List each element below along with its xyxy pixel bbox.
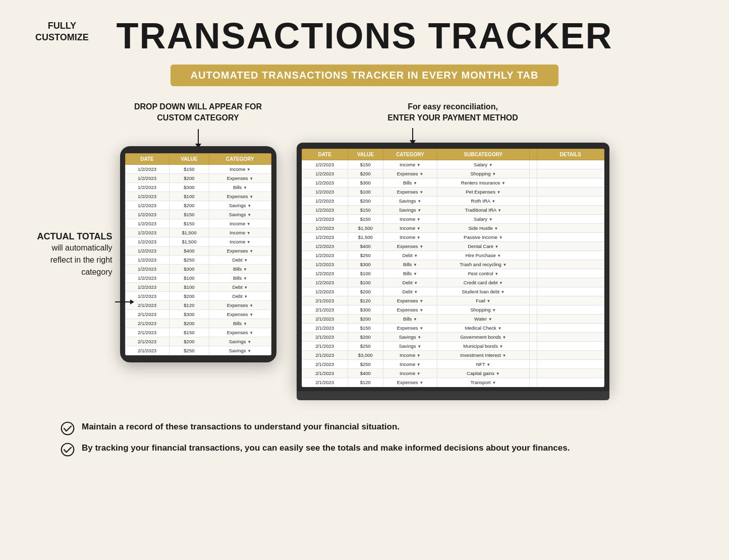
dropdown-arrow-icon[interactable]: ▼ — [417, 362, 421, 367]
table-row: 1/2/2023$200Savings ▼ — [125, 201, 271, 210]
dropdown-arrow-icon[interactable]: ▼ — [247, 340, 251, 344]
dropdown-arrow-icon[interactable]: ▼ — [417, 353, 421, 358]
dropdown-arrow-icon[interactable]: ▼ — [247, 240, 251, 244]
bullet-text: Maintain a record of these transactions … — [82, 420, 400, 433]
dropdown-arrow-icon[interactable]: ▼ — [417, 217, 421, 222]
left-device-col: DROP DOWN WILL APPEAR FOR CUSTOM CATEGOR… — [120, 101, 276, 362]
tablet-table: DATEVALUECATEGORY 1/2/2023$150Income ▼1/… — [125, 153, 271, 355]
dropdown-arrow-icon[interactable]: ▼ — [247, 204, 251, 208]
dropdown-arrow-icon[interactable]: ▼ — [419, 190, 423, 195]
dropdown-arrow-icon[interactable]: ▼ — [247, 222, 251, 226]
dropdown-arrow-icon[interactable]: ▼ — [500, 290, 504, 294]
dropdown-arrow-icon[interactable]: ▼ — [497, 326, 501, 331]
dropdown-arrow-icon[interactable]: ▼ — [244, 285, 248, 290]
dropdown-arrow-icon[interactable]: ▼ — [492, 172, 496, 176]
tablet-screen: DATEVALUECATEGORY 1/2/2023$150Income ▼1/… — [125, 153, 271, 355]
table-row: 1/2/2023$200Expenses ▼Shopping ▼ — [302, 169, 604, 178]
dropdown-arrow-icon[interactable]: ▼ — [488, 317, 492, 322]
dropdown-arrow-icon[interactable]: ▼ — [247, 167, 251, 172]
dropdown-arrow-icon[interactable]: ▼ — [419, 299, 423, 303]
dropdown-arrow-icon[interactable]: ▼ — [414, 254, 418, 258]
dropdown-arrow-icon[interactable]: ▼ — [419, 381, 423, 385]
dropdown-arrow-icon[interactable]: ▼ — [249, 303, 253, 308]
dropdown-arrow-icon[interactable]: ▼ — [497, 208, 501, 213]
table-row: 1/2/2023$150Income ▼ — [125, 219, 271, 228]
table-row: 1/2/2023$150Savings ▼ — [125, 210, 271, 219]
table-row: 1/2/2023$250Debt ▼ — [125, 255, 271, 264]
laptop-device: DATEVALUECATEGORYSUBCATEGORYDETAILS 1/2/… — [297, 143, 609, 391]
dropdown-arrow-icon[interactable]: ▼ — [502, 353, 507, 358]
dropdown-arrow-icon[interactable]: ▼ — [417, 335, 421, 340]
dropdown-arrow-icon[interactable]: ▼ — [501, 181, 506, 185]
dropdown-arrow-icon[interactable]: ▼ — [489, 217, 493, 222]
dropdown-arrow-icon[interactable]: ▼ — [247, 231, 251, 235]
table-row: 2/1/2023$200Bills ▼Water ▼ — [302, 314, 604, 323]
dropdown-arrow-icon[interactable]: ▼ — [417, 226, 421, 231]
dropdown-arrow-icon[interactable]: ▼ — [491, 199, 495, 204]
dropdown-arrow-icon[interactable]: ▼ — [413, 317, 417, 322]
dropdown-arrow-icon[interactable]: ▼ — [243, 322, 247, 326]
dropdown-arrow-icon[interactable]: ▼ — [414, 290, 418, 294]
dropdown-arrow-icon[interactable]: ▼ — [417, 344, 421, 349]
dropdown-arrow-icon[interactable]: ▼ — [486, 299, 490, 303]
dropdown-arrow-icon[interactable]: ▼ — [249, 249, 253, 254]
dropdown-arrow-icon[interactable]: ▼ — [494, 226, 498, 231]
bullet-text: By tracking your financial transactions,… — [82, 442, 570, 455]
dropdown-arrow-icon[interactable]: ▼ — [499, 344, 503, 349]
dropdown-arrow-icon[interactable]: ▼ — [489, 163, 493, 167]
laptop-col-header: VALUE — [348, 149, 383, 160]
laptop-header-row: DATEVALUECATEGORYSUBCATEGORYDETAILS — [302, 149, 604, 160]
bullet-item: By tracking your financial transactions,… — [61, 442, 668, 457]
dropdown-arrow-icon[interactable]: ▼ — [502, 335, 507, 340]
table-row: 1/2/2023$100Expenses ▼ — [125, 192, 271, 201]
dropdown-arrow-icon[interactable]: ▼ — [249, 331, 253, 335]
table-row: 1/2/2023$1,500Income ▼Side Hustle ▼ — [302, 223, 604, 232]
dropdown-arrow-icon[interactable]: ▼ — [247, 213, 251, 217]
totals-arrow — [115, 299, 134, 304]
dropdown-arrow-icon[interactable]: ▼ — [417, 235, 421, 240]
dropdown-arrow-icon[interactable]: ▼ — [249, 176, 253, 181]
tablet-body: 1/2/2023$150Income ▼1/2/2023$200Expenses… — [125, 164, 271, 355]
table-row: 1/2/2023$300Bills ▼Trash and recycling ▼ — [302, 260, 604, 269]
dropdown-arrow-icon[interactable]: ▼ — [413, 181, 417, 185]
dropdown-arrow-icon[interactable]: ▼ — [486, 362, 490, 367]
dropdown-arrow-icon[interactable]: ▼ — [496, 371, 500, 376]
table-row: 1/2/2023$100Debt ▼ — [125, 282, 271, 291]
dropdown-arrow-icon[interactable]: ▼ — [499, 281, 503, 285]
dropdown-arrow-icon[interactable]: ▼ — [419, 326, 423, 331]
header-area: FULLY CUSTOMIZE TRANSACTIONS TRACKER AUT… — [30, 15, 699, 86]
table-row: 1/2/2023$100Debt ▼Credit card debt ▼ — [302, 278, 604, 287]
dropdown-arrow-icon[interactable]: ▼ — [244, 294, 248, 299]
dropdown-arrow-icon[interactable]: ▼ — [417, 199, 421, 204]
dropdown-arrow-icon[interactable]: ▼ — [249, 313, 253, 317]
dropdown-arrow-icon[interactable]: ▼ — [249, 195, 253, 199]
laptop-base — [297, 391, 609, 400]
dropdown-arrow-icon[interactable]: ▼ — [417, 208, 421, 213]
dropdown-arrow-icon[interactable]: ▼ — [417, 371, 421, 376]
dropdown-arrow-icon[interactable]: ▼ — [492, 308, 496, 313]
dropdown-arrow-icon[interactable]: ▼ — [495, 244, 499, 249]
dropdown-arrow-icon[interactable]: ▼ — [414, 281, 418, 285]
dropdown-arrow-icon[interactable]: ▼ — [243, 267, 247, 272]
dropdown-arrow-icon[interactable]: ▼ — [413, 272, 417, 276]
table-row: 2/1/2023$400Income ▼Capital gains ▼ — [302, 368, 604, 378]
dropdown-arrow-icon[interactable]: ▼ — [497, 254, 501, 258]
dropdown-arrow-icon[interactable]: ▼ — [499, 235, 503, 240]
dropdown-arrow-icon[interactable]: ▼ — [417, 163, 421, 167]
tablet-header-row: DATEVALUECATEGORY — [125, 153, 271, 164]
dropdown-arrow-icon[interactable]: ▼ — [419, 172, 423, 176]
dropdown-arrow-icon[interactable]: ▼ — [243, 276, 247, 281]
dropdown-arrow-icon[interactable]: ▼ — [492, 381, 496, 385]
table-row: 2/1/2023$200Bills ▼ — [125, 319, 271, 328]
dropdown-arrow-icon[interactable]: ▼ — [419, 244, 423, 249]
dropdown-arrow-icon[interactable]: ▼ — [497, 190, 501, 195]
dropdown-arrow-icon[interactable]: ▼ — [247, 349, 251, 353]
dropdown-arrow-icon[interactable]: ▼ — [494, 272, 498, 276]
table-row: 1/2/2023$200Expenses ▼ — [125, 173, 271, 182]
dropdown-arrow-icon[interactable]: ▼ — [502, 263, 507, 267]
dropdown-arrow-icon[interactable]: ▼ — [244, 258, 248, 263]
subtitle-text: AUTOMATED TRANSACTIONS TRACKER IN EVERY … — [191, 70, 539, 81]
dropdown-arrow-icon[interactable]: ▼ — [419, 308, 423, 313]
dropdown-arrow-icon[interactable]: ▼ — [243, 185, 247, 190]
dropdown-arrow-icon[interactable]: ▼ — [413, 263, 417, 267]
